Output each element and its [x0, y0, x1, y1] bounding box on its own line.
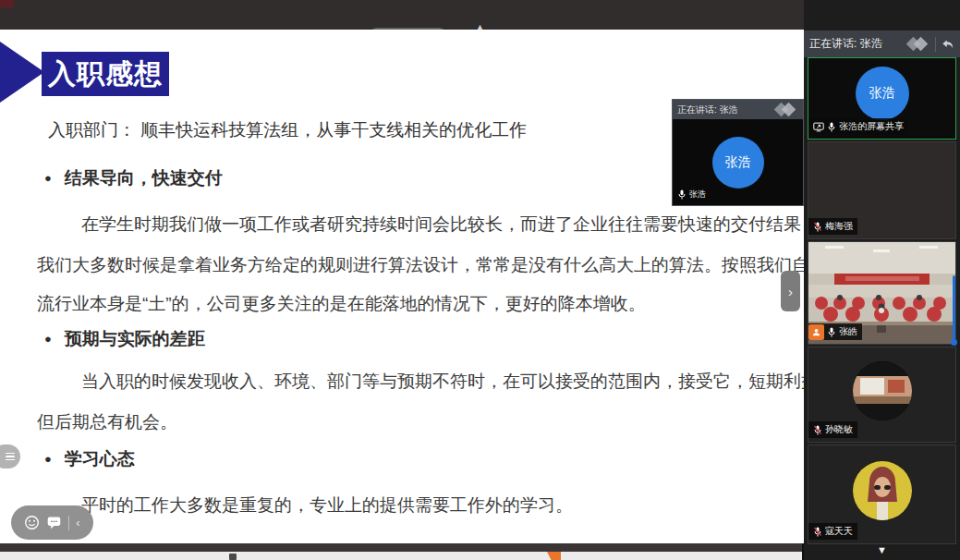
avatar: 张浩: [856, 67, 909, 120]
mic-muted-icon: [813, 425, 822, 435]
mic-on-icon: [827, 122, 836, 132]
toolbar-divider: [68, 516, 69, 530]
slide-paragraph-line: 当入职的时候发现收入、环境、部门等与预期不符时，在可以接受的范围内，接受它，短期…: [81, 370, 906, 394]
sidebar-header: 正在讲话: 张浩: [804, 30, 960, 57]
slide-bullet-heading: ●预期与实际的差距: [44, 327, 205, 351]
host-badge-icon: [808, 324, 824, 340]
list-icon: [6, 453, 15, 461]
speaking-status-label: 正在讲话: 张浩: [809, 36, 906, 52]
video-tile-meihaiqiang[interactable]: 梅海强: [808, 141, 956, 239]
slide-paragraph-line: 平时的工作大多数是重复的，专业上的提供需要工作外的学习。: [81, 493, 573, 517]
video-tile-koutiantian[interactable]: 寇天天: [808, 444, 956, 544]
reaction-toolbar[interactable]: ‹: [11, 505, 93, 540]
slide-paragraph-line: 流行业本身是“土”的，公司更多关注的是在能落地的情况下，更好的降本增收。: [37, 292, 646, 316]
taskbar-app-icon[interactable]: [229, 554, 237, 560]
bottom-desktop-strip: [0, 552, 802, 560]
avatar: [853, 461, 912, 520]
avatar: 张浩: [712, 137, 764, 189]
participant-name-tag: 张浩的屏幕共享: [808, 118, 908, 135]
layout-toggle-icon[interactable]: [906, 37, 930, 52]
video-tile-sunxiaomin[interactable]: 孙晓敏: [808, 347, 956, 443]
sidebar-scroll-more-arrow[interactable]: ▼: [804, 544, 960, 555]
bullet-icon: ●: [44, 171, 52, 185]
title-arrow-shape: [0, 42, 44, 103]
collapse-toolbar-button[interactable]: ‹: [76, 516, 79, 530]
participant-name-tag: 寇天天: [808, 523, 857, 540]
back-arrow-icon[interactable]: [941, 38, 954, 51]
participant-name-tag: 梅海强: [808, 218, 857, 235]
bullet-icon: ●: [44, 332, 52, 346]
layout-toggle-icon[interactable]: [774, 103, 798, 117]
avatar: [853, 361, 912, 420]
slide-title: 入职感想: [42, 52, 169, 96]
sidebar-scrollbar[interactable]: [953, 275, 955, 342]
chat-bubble-icon[interactable]: [46, 515, 62, 530]
slide-dept-line: 入职部门： 顺丰快运科技算法组，从事干支线相关的优化工作: [48, 118, 527, 142]
video-tile-zhanghao-share[interactable]: 张浩 张浩的屏幕共享: [808, 57, 956, 140]
mic-muted-icon: [813, 222, 822, 232]
mic-on-icon: [827, 327, 836, 337]
mic-muted-icon: [813, 527, 822, 537]
smiley-icon[interactable]: [24, 515, 40, 530]
corner-patch: [0, 0, 14, 7]
meeting-app-window: 腾讯会议 入职感想 入职部门： 顺丰快运科技算法组，从事干支线相关的优化工作 ●…: [0, 0, 960, 560]
participant-name-tag: 张皓: [808, 323, 862, 340]
header-divider: [935, 37, 936, 52]
video-tile-room[interactable]: 张皓: [808, 241, 956, 345]
participant-name-tag: 张浩: [673, 187, 711, 202]
slide-paragraph-line: 在学生时期我们做一项工作或者研究持续时间会比较长，而进了企业往往需要快速的交付结…: [81, 213, 924, 237]
speaking-status-label: 正在讲话: 张浩: [677, 103, 774, 116]
mic-on-icon: [677, 189, 687, 200]
participant-name-tag: 孙晓敏: [808, 421, 857, 438]
bullet-icon: ●: [44, 452, 52, 466]
screenshare-icon: [813, 122, 824, 132]
slide-bullet-heading: ●学习心态: [44, 447, 135, 471]
slide-paragraph-line: 但后期总有机会。: [37, 410, 177, 434]
bottom-taskbar-strip: [0, 543, 802, 552]
floating-window-header[interactable]: 正在讲话: 张浩: [673, 100, 803, 119]
floating-window-video: 张浩 张浩: [673, 119, 803, 205]
chevron-right-icon: ›: [788, 284, 793, 299]
floating-speaker-window[interactable]: 正在讲话: 张浩 张浩 张浩: [672, 99, 804, 206]
slide-bullet-heading: ●结果导向，快速交付: [44, 166, 223, 190]
expand-panel-handle[interactable]: ›: [781, 271, 800, 311]
